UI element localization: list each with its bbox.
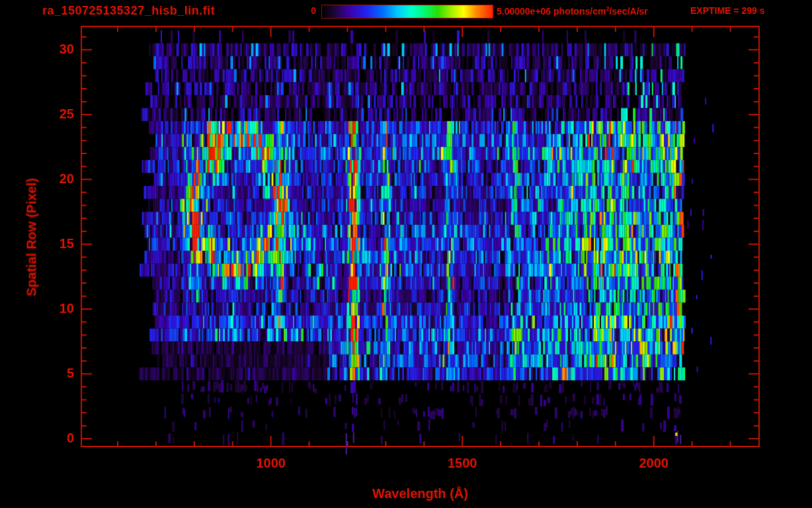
y-tick-label: 10 (37, 301, 74, 316)
plot-window: ra_150725135327_hisb_lin.fit 0 5.00000e+… (0, 0, 812, 508)
exptime-label: EXPTIME = 299 s (690, 5, 764, 16)
file-title: ra_150725135327_hisb_lin.fit (42, 4, 215, 18)
y-tick-label: 5 (37, 366, 74, 381)
y-tick-label: 20 (37, 171, 74, 187)
colorbar-max-label: 5.00000e+06 photons/cm2/sec/A/sr (497, 5, 648, 17)
x-tick-label: 2000 (621, 456, 687, 471)
y-tick-label: 30 (37, 42, 74, 57)
x-tick-label: 1500 (429, 456, 495, 471)
y-tick-label: 25 (37, 106, 74, 122)
y-tick-label: 0 (37, 431, 74, 446)
colorbar-min-label: 0 (299, 5, 316, 16)
colorbar-gradient (321, 5, 493, 19)
x-axis-title: Wavelength (Å) (321, 486, 520, 501)
y-tick-label: 15 (37, 236, 74, 251)
x-tick-label: 1000 (238, 456, 304, 471)
spectrogram-heatmap-canvas (0, 0, 812, 508)
